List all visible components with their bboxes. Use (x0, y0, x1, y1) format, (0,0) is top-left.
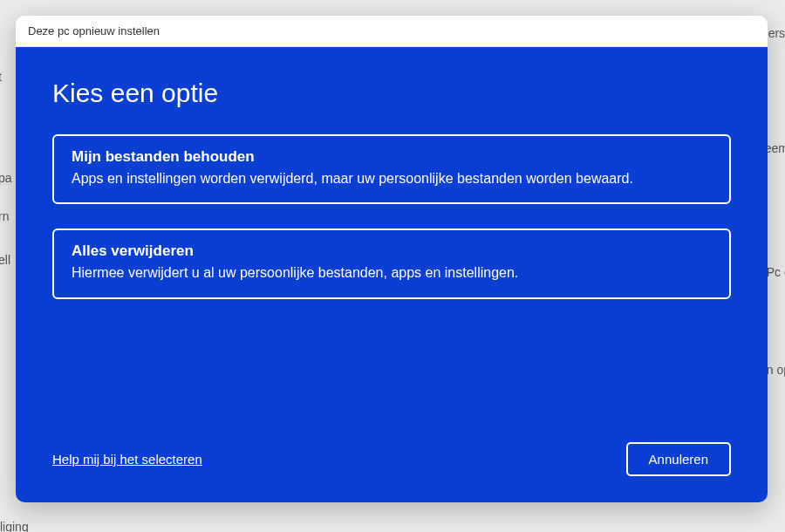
option-remove-everything[interactable]: Alles verwijderen Hiermee verwijdert u a… (52, 228, 731, 298)
option-remove-everything-title: Alles verwijderen (72, 242, 712, 260)
bg-fragment: liging (0, 520, 29, 532)
dialog-footer: Help mij bij het selecteren Annuleren (52, 442, 731, 476)
bg-fragment: erst (768, 26, 785, 40)
bg-fragment: pa (0, 171, 12, 185)
option-keep-files-description: Apps en instellingen worden verwijderd, … (72, 169, 712, 188)
dialog-heading: Kies een optie (52, 78, 731, 108)
help-link[interactable]: Help mij bij het selecteren (52, 452, 202, 467)
bg-fragment: ell (0, 253, 10, 267)
bg-fragment: rn (0, 209, 9, 223)
window-title: Deze pc opnieuw instellen (28, 24, 160, 38)
bg-fragment: n op (767, 363, 785, 377)
bg-fragment: t (0, 70, 2, 84)
bg-fragment: Pc c (767, 265, 785, 279)
title-bar: Deze pc opnieuw instellen (16, 16, 768, 47)
option-remove-everything-description: Hiermee verwijdert u al uw persoonlijke … (72, 263, 712, 283)
dialog-content: Kies een optie Mijn bestanden behouden A… (16, 47, 768, 502)
bg-fragment: eem (765, 141, 785, 155)
option-keep-files-title: Mijn bestanden behouden (72, 148, 712, 166)
cancel-button[interactable]: Annuleren (626, 442, 731, 476)
option-keep-files[interactable]: Mijn bestanden behouden Apps en instelli… (52, 134, 731, 204)
reset-pc-dialog: Deze pc opnieuw instellen Kies een optie… (16, 16, 768, 502)
